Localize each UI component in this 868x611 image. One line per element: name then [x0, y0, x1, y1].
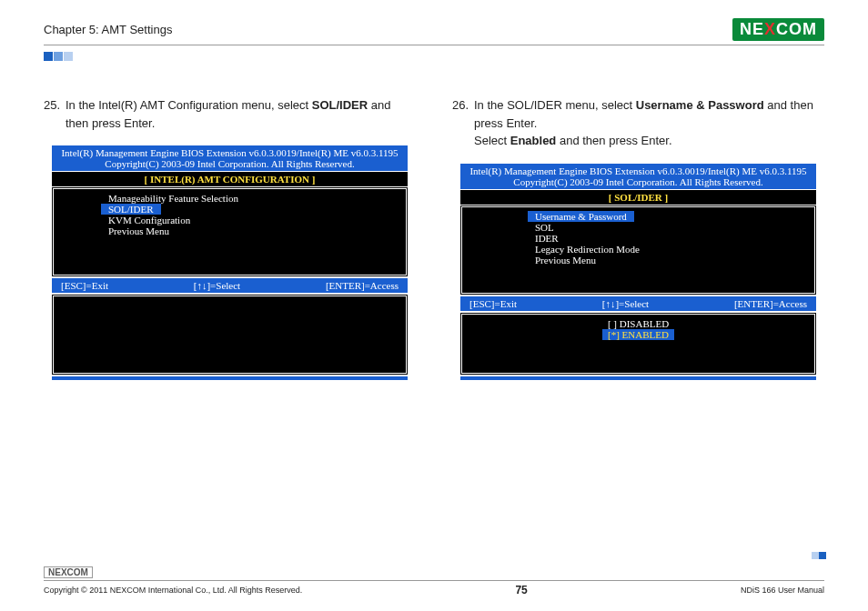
- menu-item-selected: Username & Password: [528, 211, 634, 222]
- menu-item: KVM Configuration: [54, 215, 406, 225]
- option-enabled-selected: [*] ENABLED: [602, 329, 674, 340]
- decorative-squares: [44, 51, 824, 64]
- chapter-title: Chapter 5: AMT Settings: [44, 23, 172, 36]
- page-number: 75: [515, 584, 527, 596]
- footer-copyright: Copyright © 2011 NEXCOM International Co…: [44, 586, 302, 595]
- footer-manual-name: NDiS 166 User Manual: [741, 586, 824, 595]
- bios-copyright: Copyright(C) 2003-09 Intel Corporation. …: [464, 176, 812, 187]
- menu-item-selected: SOL/IDER: [101, 204, 161, 215]
- bios-header-line: Intel(R) Management Engine BIOS Extensio…: [56, 147, 404, 158]
- bios-hint-bar: [ESC]=Exit [↑↓]=Select [ENTER]=Access: [51, 277, 409, 294]
- menu-item: IDER: [462, 233, 814, 244]
- bios-hint-bar: [ESC]=Exit [↑↓]=Select [ENTER]=Access: [459, 295, 817, 312]
- menu-item: Manageability Feature Selection: [54, 193, 406, 204]
- step-number: 25.: [44, 96, 66, 132]
- nexcom-logo: NEXCOM: [732, 18, 824, 41]
- menu-item: Previous Menu: [54, 225, 406, 236]
- menu-item: Previous Menu: [462, 255, 814, 265]
- bios-copyright: Copyright(C) 2003-09 Intel Corporation. …: [56, 158, 404, 169]
- decorative-corner: [812, 549, 826, 562]
- bios-screen-right: Intel(R) Management Engine BIOS Extensio…: [459, 163, 817, 381]
- bios-lower-box: [51, 294, 409, 376]
- step-number: 26.: [452, 96, 474, 150]
- bios-screen-left: Intel(R) Management Engine BIOS Extensio…: [51, 145, 409, 381]
- bios-header-line: Intel(R) Management Engine BIOS Extensio…: [464, 165, 812, 176]
- footer-logo: NEXCOM: [44, 566, 93, 578]
- step-text: In the Intel(R) AMT Configuration menu, …: [66, 96, 416, 132]
- bios-menu-title: [ INTEL(R) AMT CONFIGURATION ]: [51, 172, 409, 186]
- menu-item: Legacy Redirection Mode: [462, 244, 814, 255]
- option-disabled: [ ] DISABLED: [462, 318, 814, 329]
- step-text: In the SOL/IDER menu, select Username & …: [474, 96, 824, 150]
- bios-option-box: [ ] DISABLED [*] ENABLED: [459, 312, 817, 376]
- bios-menu-title: [ SOL/IDER ]: [459, 190, 817, 205]
- menu-item: SOL: [462, 222, 814, 233]
